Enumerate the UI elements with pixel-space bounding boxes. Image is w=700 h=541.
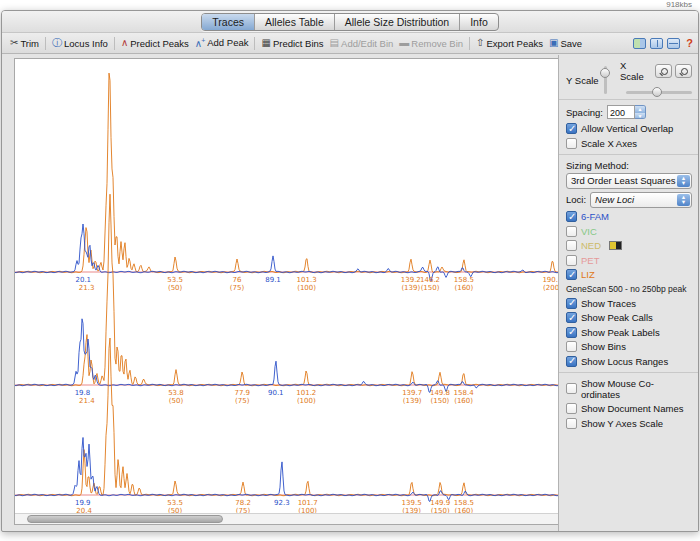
- add-peak-button[interactable]: ∧+ Add Peak: [192, 35, 252, 50]
- show-peak-labels-checkbox[interactable]: [566, 327, 577, 338]
- show-locus-ranges-row: Show Locus Ranges: [566, 356, 692, 367]
- svg-text:158.5: 158.5: [454, 499, 474, 507]
- svg-text:(160): (160): [454, 397, 473, 405]
- dye-liz-checkbox[interactable]: [566, 269, 577, 280]
- show-mouse-coordinates-row: Show Mouse Co-ordinates: [566, 378, 692, 400]
- toolbar-separator: [469, 37, 470, 50]
- allow-vertical-overlap-row: Allow Vertical Overlap: [566, 123, 692, 134]
- svg-text:53.5: 53.5: [167, 276, 183, 284]
- x-scale-label: X Scale: [620, 60, 650, 82]
- connection-status-bar: 918kbs: [0, 0, 700, 10]
- svg-text:89.1: 89.1: [265, 276, 281, 284]
- show-bins-checkbox[interactable]: [566, 341, 577, 352]
- dye-row-ned: NED: [566, 240, 692, 251]
- save-icon: ▣: [549, 38, 558, 48]
- svg-text:19.8: 19.8: [75, 389, 91, 397]
- dye-ned-label: NED: [581, 240, 601, 251]
- tile-horizontal-icon[interactable]: [667, 38, 680, 49]
- loci-label: Loci:: [566, 194, 586, 205]
- trace-plot-area[interactable]: 20.121.353.5(50)76(75)89.1101.3(100)139.…: [14, 58, 560, 525]
- zoom-in-button[interactable]: [675, 64, 692, 78]
- locus-info-button[interactable]: ⓘ Locus Info: [49, 37, 111, 50]
- dye-vic-checkbox[interactable]: [566, 226, 577, 237]
- sidebar-divider: [559, 154, 698, 155]
- remove-bin-button[interactable]: ▬ Remove Bin: [396, 37, 466, 50]
- dye-6fam-checkbox[interactable]: [566, 211, 577, 222]
- spacing-arrows[interactable]: ▲▼: [635, 105, 646, 119]
- horizontal-scrollbar[interactable]: [15, 513, 559, 524]
- scrollbar-thumb[interactable]: [27, 515, 223, 523]
- tab-traces[interactable]: Traces: [202, 14, 255, 30]
- zoom-out-button[interactable]: [655, 64, 672, 78]
- dye-6fam-label: 6-FAM: [581, 211, 609, 222]
- traces-svg[interactable]: 20.121.353.5(50)76(75)89.1101.3(100)139.…: [15, 59, 559, 514]
- predict-peaks-button[interactable]: ∧ Predict Peaks: [118, 37, 192, 50]
- show-mouse-coordinates-checkbox[interactable]: [566, 383, 577, 394]
- svg-text:101.3: 101.3: [297, 276, 317, 284]
- tile-vertical-icon[interactable]: [650, 38, 663, 49]
- dye-vic-label: VIC: [581, 226, 597, 237]
- show-peak-calls-checkbox[interactable]: [566, 312, 577, 323]
- show-bins-row: Show Bins: [566, 341, 692, 352]
- remove-bin-icon: ▬: [399, 38, 409, 48]
- locus-info-icon: ⓘ: [52, 38, 62, 48]
- show-y-axes-scale-row: Show Y Axes Scale: [566, 418, 692, 429]
- svg-text:158.4: 158.4: [454, 389, 475, 397]
- help-button[interactable]: ?: [686, 38, 693, 49]
- svg-text:(139): (139): [401, 284, 420, 292]
- show-locus-ranges-checkbox[interactable]: [566, 356, 577, 367]
- y-scale-slider[interactable]: [604, 66, 607, 94]
- svg-text:53.8: 53.8: [168, 389, 184, 397]
- save-button[interactable]: ▣ Save: [546, 37, 585, 50]
- sizing-method-value: 3rd Order Least Squares: [571, 175, 676, 186]
- export-peaks-button[interactable]: ⇧ Export Peaks: [473, 37, 546, 50]
- trim-icon: ✂: [10, 38, 18, 48]
- spacing-stepper[interactable]: 200 ▲▼: [607, 105, 646, 119]
- svg-text:(160): (160): [454, 284, 473, 292]
- show-locus-ranges-label: Show Locus Ranges: [581, 356, 668, 367]
- dye-pet-checkbox[interactable]: [566, 255, 577, 266]
- app-window: Traces Alleles Table Allele Size Distrib…: [1, 10, 699, 532]
- tab-allele-size-distribution[interactable]: Allele Size Distribution: [335, 14, 460, 30]
- y-scale-label: Y Scale: [566, 75, 599, 86]
- add-peak-icon: ∧+: [195, 36, 205, 49]
- dye-row-vic: VIC: [566, 226, 692, 237]
- show-document-names-checkbox[interactable]: [566, 403, 577, 414]
- loci-dropdown[interactable]: New Loci ▲▼: [590, 192, 692, 208]
- show-peak-calls-label: Show Peak Calls: [581, 312, 653, 323]
- y-scale-slider-knob[interactable]: [600, 68, 610, 78]
- predict-bins-button[interactable]: ▦ Predict Bins: [258, 37, 326, 50]
- svg-text:190.7: 190.7: [542, 276, 559, 284]
- svg-text:(150): (150): [431, 397, 450, 405]
- show-peak-labels-row: Show Peak Labels: [566, 327, 692, 338]
- allow-vertical-overlap-label: Allow Vertical Overlap: [581, 123, 673, 134]
- show-document-names-label: Show Document Names: [581, 403, 683, 414]
- show-traces-checkbox[interactable]: [566, 298, 577, 309]
- svg-text:76: 76: [233, 276, 242, 284]
- tab-info[interactable]: Info: [460, 14, 498, 30]
- tile-mixed-icon[interactable]: [633, 38, 646, 49]
- remove-bin-label: Remove Bin: [411, 38, 463, 49]
- svg-text:(100): (100): [297, 284, 316, 292]
- svg-text:(200): (200): [543, 284, 559, 292]
- svg-text:90.1: 90.1: [268, 389, 284, 397]
- sizing-method-dropdown[interactable]: 3rd Order Least Squares ▲▼: [566, 173, 692, 189]
- spacing-value[interactable]: 200: [607, 105, 635, 119]
- tab-alleles-table[interactable]: Alleles Table: [255, 14, 335, 30]
- scale-x-axes-label: Scale X Axes: [581, 138, 637, 149]
- scale-x-axes-checkbox[interactable]: [566, 138, 577, 149]
- x-scale-slider-knob[interactable]: [652, 87, 662, 97]
- add-peak-label: Add Peak: [207, 37, 248, 48]
- dye-ned-checkbox[interactable]: [566, 240, 577, 251]
- trim-button[interactable]: ✂ Trim: [7, 37, 42, 50]
- locus-info-label: Locus Info: [64, 38, 108, 49]
- allow-vertical-overlap-checkbox[interactable]: [566, 123, 577, 134]
- show-peak-calls-row: Show Peak Calls: [566, 312, 692, 323]
- dye-row-pet: PET: [566, 255, 692, 266]
- x-scale-slider[interactable]: [626, 91, 692, 94]
- svg-text:139.7: 139.7: [402, 389, 422, 397]
- add-edit-bin-button[interactable]: ▤ Add/Edit Bin: [327, 37, 397, 50]
- sidebar-divider: [559, 372, 698, 373]
- show-y-axes-scale-checkbox[interactable]: [566, 418, 577, 429]
- svg-text:146.2: 146.2: [420, 276, 440, 284]
